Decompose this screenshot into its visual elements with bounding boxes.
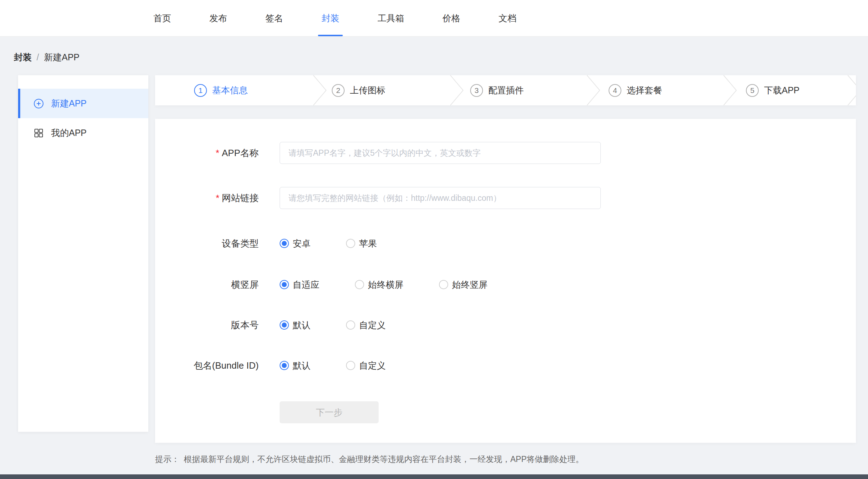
radio-dot-icon [280,320,289,330]
form-row-device-type: 设备类型 安卓 苹果 [155,232,856,254]
radio-orientation-auto[interactable]: 自适应 [280,279,319,291]
step-label: 选择套餐 [627,84,662,96]
radio-dot-icon [280,239,289,248]
nav-item-price[interactable]: 价格 [423,0,479,36]
plus-circle-icon [33,98,44,109]
radio-bundle-custom[interactable]: 自定义 [346,360,386,371]
platform-rule-tip: 提示： 根据最新平台规则，不允许区块链虚拟币、金融理财类等违规内容在平台封装，一… [155,454,584,465]
breadcrumb: 封装 / 新建APP [14,51,79,63]
field-label: *网站链接 [155,192,259,204]
step-label: 上传图标 [350,84,385,96]
nav-item-docs[interactable]: 文档 [479,0,535,36]
breadcrumb-section[interactable]: 封装 [14,51,32,63]
page: 首页 发布 签名 封装 工具箱 价格 文档 封装 / 新建APP 新建APP 我… [0,0,868,479]
grid-icon [33,128,44,138]
field-label: 设备类型 [155,237,259,250]
step-number: 3 [470,84,483,97]
nav-item-toolbox[interactable]: 工具箱 [358,0,423,36]
step-separator-chevron-icon [723,75,737,105]
step-label: 配置插件 [488,84,524,96]
footer-strip [0,474,868,479]
radio-dot-icon [346,239,355,248]
sidebar-item-new-app[interactable]: 新建APP [18,89,148,118]
radio-dot-icon [280,361,289,370]
radio-dot-icon [439,280,448,289]
step-label: 基本信息 [212,84,248,96]
radio-dot-icon [355,280,364,289]
breadcrumb-separator: / [37,52,39,62]
form-row-version: 版本号 默认 自定义 [155,314,856,336]
radio-orientation-portrait[interactable]: 始终竖屏 [439,279,488,291]
steps-bar: 1 基本信息 2 上传图标 3 配置插件 4 选择套餐 5 下载APP [155,75,856,105]
radio-dot-icon [280,280,289,289]
tip-text: 根据最新平台规则，不允许区块链虚拟币、金融理财类等违规内容在平台封装，一经发现，… [184,454,584,465]
step-download-app: 5 下载APP [746,75,800,105]
step-upload-icon: 2 上传图标 [332,75,385,105]
radio-bundle-default[interactable]: 默认 [280,360,311,371]
step-separator-chevron-icon [450,75,464,105]
radio-device-android[interactable]: 安卓 [280,238,311,249]
nav-item-home[interactable]: 首页 [134,0,190,36]
step-separator-chevron-icon [847,75,856,105]
breadcrumb-current: 新建APP [44,51,79,63]
sidebar-item-my-app[interactable]: 我的APP [18,118,148,148]
field-label: 版本号 [155,319,259,331]
step-configure-plugins: 3 配置插件 [470,75,524,105]
step-number: 1 [194,84,207,97]
field-label: *APP名称 [155,147,259,159]
step-separator-chevron-icon [586,75,600,105]
step-number: 5 [746,84,759,97]
step-select-plan: 4 选择套餐 [609,75,662,105]
required-asterisk: * [216,193,219,203]
sidebar: 新建APP 我的APP [18,75,148,432]
required-asterisk: * [216,148,219,158]
tip-prefix: 提示： [155,454,180,465]
radio-dot-icon [346,361,355,370]
radio-orientation-landscape[interactable]: 始终横屏 [355,279,403,291]
radio-version-custom[interactable]: 自定义 [346,319,386,331]
step-label: 下载APP [764,84,800,96]
nav-item-package[interactable]: 封装 [302,0,358,36]
form-row-app-name: *APP名称 [155,142,856,164]
top-nav: 首页 发布 签名 封装 工具箱 价格 文档 [0,0,868,37]
nav-item-signature[interactable]: 签名 [246,0,302,36]
sidebar-item-label: 我的APP [51,127,87,139]
form-row-orientation: 横竖屏 自适应 始终横屏 始终竖屏 [155,274,856,296]
step-separator-chevron-icon [313,75,327,105]
form-row-website-url: *网站链接 [155,187,856,209]
nav-item-publish[interactable]: 发布 [190,0,246,36]
radio-dot-icon [346,320,355,330]
website-url-input[interactable] [280,187,601,209]
step-number: 4 [609,84,621,97]
radio-device-apple[interactable]: 苹果 [346,238,377,249]
next-step-button[interactable]: 下一步 [280,401,379,423]
form-row-bundle-id: 包名(Bundle ID) 默认 自定义 [155,354,856,376]
step-number: 2 [332,84,345,97]
step-basic-info: 1 基本信息 [194,75,248,105]
sidebar-item-label: 新建APP [51,98,87,109]
radio-version-default[interactable]: 默认 [280,319,311,331]
new-app-form: *APP名称 *网站链接 设备类型 安卓 [155,119,856,443]
app-name-input[interactable] [280,142,601,164]
field-label: 包名(Bundle ID) [155,359,259,372]
field-label: 横竖屏 [155,279,259,291]
